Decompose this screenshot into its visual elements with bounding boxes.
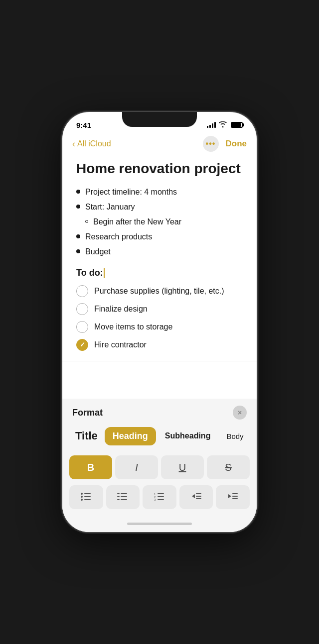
svg-rect-13 [158,493,164,494]
svg-rect-20 [196,496,201,497]
bullet-dot-icon [76,190,80,194]
svg-rect-7 [121,493,127,494]
dash-list-icon [117,492,128,503]
svg-rect-1 [84,493,91,494]
style-subheading-button[interactable]: Subheading [158,427,218,445]
indent-decrease-button[interactable] [179,485,213,509]
format-header: Format × [62,399,257,425]
home-bar [127,523,192,525]
checklist-item-text: Hire contractor [94,339,147,351]
nav-right: ••• Done [203,136,247,152]
more-icon: ••• [206,139,216,148]
todo-heading-text: To do: [76,268,103,278]
italic-icon: I [135,462,138,473]
checkbox-unchecked[interactable] [76,285,88,297]
status-time: 9:41 [76,121,91,129]
divider [62,361,257,361]
more-button[interactable]: ••• [203,136,219,152]
svg-rect-15 [158,496,164,497]
bullet-list-button[interactable] [69,485,103,509]
text-cursor [104,268,105,278]
list-item-text: Begin after the New Year [93,216,181,228]
wifi-icon [219,121,227,129]
underline-icon: U [179,462,186,473]
format-panel-title: Format [72,408,103,418]
indent-increase-button[interactable] [216,485,250,509]
bold-icon: B [87,462,94,473]
numbered-list-icon: 1 2 3 [154,492,165,503]
list-item-text: Start: January [85,201,135,213]
checkbox-checked[interactable] [76,339,88,351]
battery-icon [231,122,243,128]
style-title-button[interactable]: Title [70,427,103,445]
svg-point-2 [81,496,83,498]
status-icons [207,121,243,129]
svg-point-0 [81,493,83,495]
bullet-dot-icon [76,205,80,209]
svg-rect-23 [232,493,238,494]
formatting-row: B I U S [62,452,257,482]
phone-frame: 9:41 ‹ All iCloud [62,112,257,532]
strikethrough-icon: S [225,462,231,473]
bullet-dot-icon [76,249,80,253]
note-title[interactable]: Home renovation project [76,160,243,177]
chevron-left-icon: ‹ [72,139,75,149]
indent-increase-icon [227,492,238,503]
svg-rect-24 [232,496,238,497]
svg-rect-8 [117,496,120,497]
nav-bar: ‹ All iCloud ••• Done [62,134,257,156]
strikethrough-button[interactable]: S [207,455,250,479]
format-close-button[interactable]: × [233,406,247,420]
numbered-list-button[interactable]: 1 2 3 [143,485,176,509]
list-item-text: Budget [85,246,111,258]
bullet-list-icon [81,492,92,503]
svg-rect-10 [117,499,120,500]
todo-heading: To do: [76,268,243,278]
checklist-item-text: Purchase supplies (lighting, tile, etc.) [94,285,224,297]
list-item: Start: January [76,201,243,213]
list-item: Research products [76,231,243,243]
svg-rect-9 [121,496,127,497]
back-label: All iCloud [77,139,111,148]
done-button[interactable]: Done [226,139,247,149]
list-item-text: Research products [85,231,152,243]
checklist-item-text: Move items to storage [94,321,172,333]
checklist-item: Move items to storage [76,321,243,333]
signal-icon [207,122,216,128]
bullet-list: Project timeline: 4 months Start: Januar… [76,186,243,258]
note-content: Home renovation project Project timeline… [62,156,257,351]
close-icon: × [238,409,242,417]
format-panel: Format × Title Heading Subheading Body B… [62,399,257,532]
indent-decrease-icon [191,492,202,503]
svg-rect-19 [196,493,201,494]
svg-rect-5 [84,499,91,500]
svg-rect-21 [196,498,201,499]
list-item-text: Project timeline: 4 months [85,186,177,198]
svg-rect-11 [121,499,127,500]
list-item: Project timeline: 4 months [76,186,243,198]
style-heading-button[interactable]: Heading [105,427,156,445]
list-item-sub: Begin after the New Year [76,216,243,228]
home-indicator [62,515,257,532]
style-body-button[interactable]: Body [219,427,250,445]
bullet-circle-icon [85,220,88,223]
checkbox-unchecked[interactable] [76,303,88,315]
dash-list-button[interactable] [106,485,140,509]
checklist-item: Purchase supplies (lighting, tile, etc.) [76,285,243,297]
notch [122,112,197,127]
svg-marker-22 [228,494,231,498]
bold-button[interactable]: B [69,455,112,479]
svg-rect-3 [84,496,91,497]
checkbox-unchecked[interactable] [76,321,88,333]
back-button[interactable]: ‹ All iCloud [72,139,111,149]
svg-rect-25 [232,498,238,499]
bullet-dot-icon [76,234,80,238]
svg-rect-17 [158,499,164,500]
text-style-row: Title Heading Subheading Body [62,425,257,452]
checklist-item-text: Finalize design [94,303,148,315]
underline-button[interactable]: U [161,455,204,479]
italic-button[interactable]: I [115,455,158,479]
list-item: Budget [76,246,243,258]
svg-text:3: 3 [154,498,156,501]
svg-rect-6 [117,493,120,494]
